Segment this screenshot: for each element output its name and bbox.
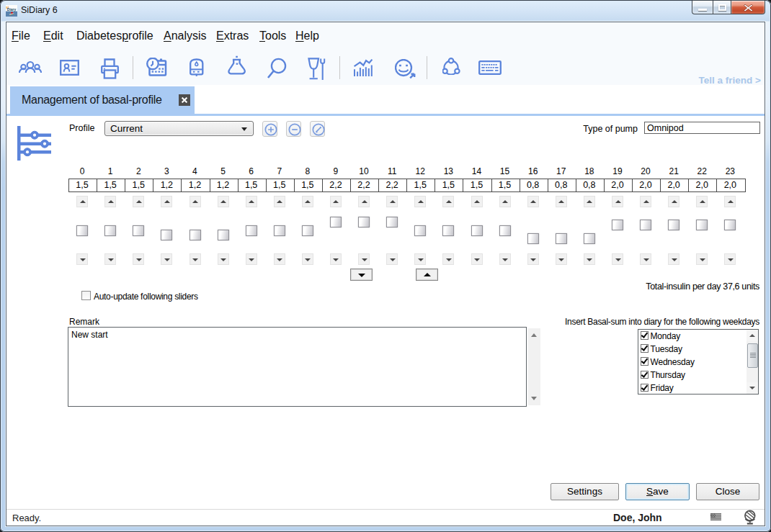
svg-text:Diary: Diary	[7, 7, 17, 12]
